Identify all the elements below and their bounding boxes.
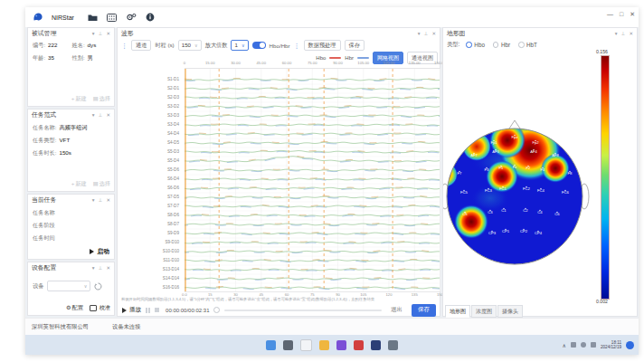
pin-icon[interactable]: ⊥ [424, 31, 429, 36]
topo-tab[interactable]: 摄像头 [497, 305, 523, 318]
restore-button[interactable]: □ [620, 11, 623, 18]
close-icon[interactable]: ✕ [106, 265, 110, 271]
channel-label: S7-D5 [167, 195, 179, 199]
collapse-icon[interactable]: ▾ [92, 31, 95, 36]
volume-icon[interactable] [591, 342, 596, 348]
channel-label: S5-D4 [167, 158, 179, 163]
topomap-panel-header: 地形图 ▾⊥✕ [443, 28, 637, 39]
taskbar-clock[interactable]: 18:11 2024/12/19 [601, 340, 621, 349]
minimize-button[interactable]: — [607, 11, 613, 18]
collapse-icon[interactable]: ▾ [92, 112, 95, 118]
svg-text:C2: C2 [523, 208, 528, 213]
scale-select[interactable]: 1∨ [231, 40, 248, 51]
refresh-icon[interactable] [94, 278, 102, 294]
taskbar-app-app-gray[interactable] [388, 340, 398, 350]
close-icon[interactable]: ✕ [106, 31, 110, 36]
collapse-icon[interactable]: ▾ [92, 197, 95, 203]
pin-icon[interactable]: ⊥ [99, 197, 103, 203]
collapse-icon[interactable]: ▾ [92, 265, 95, 271]
svg-text:FC4: FC4 [537, 188, 545, 193]
svg-text:CP4: CP4 [535, 231, 543, 235]
info-icon[interactable] [145, 12, 156, 23]
taskbar-app-folder[interactable] [319, 340, 329, 350]
pin-icon[interactable]: ⊥ [99, 31, 103, 36]
close-icon[interactable]: ✕ [629, 31, 633, 36]
radio-icon [466, 42, 472, 48]
topo-tab[interactable]: 地形图 [445, 305, 470, 318]
stop-icon[interactable] [155, 308, 159, 312]
panel-title: 地形图 [447, 29, 465, 38]
network-icon[interactable] [581, 342, 586, 348]
pause-icon[interactable] [146, 308, 150, 313]
channel-button[interactable]: 通道 [131, 40, 151, 51]
device-panel: 设备配置 ▾⊥✕ 设备 ∨ ⚙配置 校准 [27, 262, 115, 316]
chat-icon[interactable] [626, 341, 634, 349]
select-button[interactable]: ▤选择 [93, 95, 110, 103]
channel-label: S4-D5 [167, 140, 179, 145]
play-button[interactable]: 播放 [122, 306, 141, 314]
exit-button[interactable]: 退出 [386, 304, 407, 316]
drag-handle-icon[interactable]: ⋮ [121, 43, 128, 49]
channel-label: S2-D1 [167, 86, 179, 90]
config-button[interactable]: ⚙配置 [66, 304, 83, 312]
taskbar-app-wps[interactable] [354, 340, 364, 350]
pin-icon[interactable]: ⊥ [99, 112, 103, 118]
save-toolbar-button[interactable]: 保存 [345, 40, 365, 51]
hbo-hbr-toggle[interactable] [252, 42, 266, 49]
radio-hbo[interactable]: Hbo [466, 42, 485, 48]
apps-grid-icon[interactable] [107, 12, 118, 23]
close-icon[interactable]: ✕ [106, 112, 110, 118]
x-tick-top: 105.00 [357, 61, 369, 65]
svg-text:C5: C5 [462, 212, 468, 216]
close-icon[interactable]: ✕ [431, 31, 436, 36]
playback-slider-knob[interactable] [213, 307, 220, 313]
preprocess-button[interactable]: 数据预处理 [304, 40, 341, 51]
play-icon [122, 308, 127, 313]
channel-label: S3-D4 [167, 122, 179, 127]
window-chrome: — □ ✕ [607, 11, 635, 18]
brain-topography-map: Fp1FpzFp2AF7AF3AF4AF8F7F3F1FzF2F4F8FC5FC… [443, 115, 597, 271]
radio-hbt[interactable]: HbT [518, 42, 537, 48]
device-status: 设备未连接 [112, 323, 140, 331]
taskbar-app-explorer[interactable] [283, 340, 293, 350]
device-select[interactable]: ∨ [47, 281, 90, 291]
channel-label: S6-D4 [167, 176, 179, 181]
taskbar-app-notepad[interactable] [300, 339, 312, 351]
new-button[interactable]: +新建 [71, 180, 87, 188]
pin-icon[interactable]: ⊥ [99, 265, 103, 271]
device-label: 设备 [33, 282, 43, 291]
svg-text:FC3: FC3 [485, 188, 493, 193]
waveform-toolbar: ⋮ 通道 时程 (s) 150∨ 放大倍数 1∨ Hbo/Hbr ⋮ 数据预处理… [121, 40, 365, 51]
close-icon[interactable]: ✕ [106, 197, 110, 203]
tray-caret-icon[interactable]: ∧ [563, 342, 566, 348]
pin-icon[interactable]: ⊥ [621, 31, 626, 36]
select-button[interactable]: ▤选择 [93, 180, 110, 188]
taskbar-app-taskview[interactable] [266, 340, 276, 350]
save-button[interactable]: 保存 [412, 304, 436, 317]
topo-tab[interactable]: 浓度图 [471, 305, 497, 318]
svg-text:FC5: FC5 [460, 190, 469, 195]
playback-slider-track[interactable] [224, 310, 382, 311]
current-task-field: 任务时间 [33, 234, 55, 243]
waveform-plot[interactable] [185, 68, 440, 292]
svg-text:CP1: CP1 [502, 229, 510, 233]
shield-icon[interactable] [571, 342, 576, 348]
taskbar-app-app-navy[interactable] [371, 340, 381, 350]
folder-icon[interactable] [88, 12, 99, 23]
collapse-icon[interactable]: ▾ [615, 31, 618, 36]
close-button[interactable]: ✕ [630, 11, 635, 18]
drag-handle-icon[interactable]: ⋮ [294, 43, 300, 49]
new-button[interactable]: +新建 [71, 95, 87, 103]
taskbar-app-foxmail[interactable] [336, 340, 346, 350]
calibrate-button[interactable]: 校准 [90, 304, 110, 312]
duration-select[interactable]: 150∨ [178, 40, 202, 51]
panel-title: 被试管理 [32, 29, 56, 38]
subject-actions: +新建 ▤选择 [71, 95, 110, 103]
settings-gears-icon[interactable] [126, 12, 137, 23]
paradigm-panel: 任务范式 ▾⊥✕ 任务名称:高频字组词任务类型:VFT任务时长:150s +新建… [27, 109, 115, 192]
svg-text:CP3: CP3 [488, 231, 497, 235]
start-task-button[interactable]: 启动 [90, 247, 109, 256]
radio-hbr[interactable]: Hbr [493, 42, 510, 48]
x-tick-top: 15.00 [205, 61, 214, 65]
collapse-icon[interactable]: ▾ [418, 31, 421, 36]
